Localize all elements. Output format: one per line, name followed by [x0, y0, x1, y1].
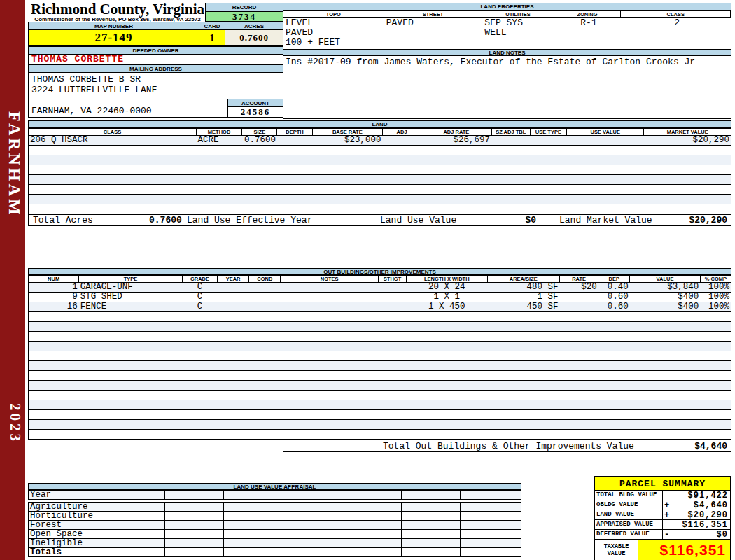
lt-empty-cell	[567, 175, 644, 185]
land-property-value: LEVEL	[284, 18, 384, 28]
lt-empty-cell	[29, 175, 197, 185]
lt-column-header: SIZE	[242, 129, 277, 136]
ob-cell: 100%	[700, 302, 731, 312]
land-notes-title: LAND NOTES	[283, 49, 732, 56]
out-buildings-table: NUMTYPEGRADEYEARCONDNOTESSTHGTLENGTH X W…	[28, 275, 732, 440]
ob-empty-cell	[218, 381, 249, 391]
lt-column-header: ADJ RATE	[421, 129, 491, 136]
lt-empty-cell	[644, 175, 732, 185]
ob-empty-cell	[79, 361, 183, 371]
lt-empty-cell	[491, 165, 530, 175]
ob-cell: $400	[630, 302, 700, 312]
ob-empty-cell	[249, 371, 281, 381]
ob-empty-cell	[182, 332, 217, 342]
lt-cell	[491, 136, 530, 146]
land-property-value: R-1	[554, 18, 622, 28]
land-use-row-label: Ineligible	[29, 539, 165, 548]
ob-empty-row	[29, 430, 732, 440]
lt-empty-cell	[382, 195, 421, 204]
land-use-appraisal-section: LAND USE VALUE APPRAISAL Year Agricultur…	[28, 483, 522, 557]
land-use-empty-cell	[224, 539, 283, 548]
parcel-summary-row-label: TOTAL BLDG VALUE	[595, 491, 663, 500]
ob-empty-cell	[559, 342, 598, 351]
land-property-value: SEP SYS	[482, 18, 554, 28]
lt-column-header: SZ ADJ TBL	[491, 129, 530, 136]
lt-empty-cell	[242, 146, 277, 155]
ob-empty-cell	[487, 381, 559, 391]
lt-column-header: USE VALUE	[567, 129, 644, 136]
land-use-empty-cell	[461, 521, 522, 530]
lt-empty-cell	[312, 195, 382, 204]
land-use-empty-cell	[401, 491, 460, 500]
land-property-value	[384, 38, 483, 48]
lt-empty-cell	[491, 146, 530, 155]
ob-cell	[218, 302, 249, 312]
land-property-value: PAVED	[284, 28, 384, 38]
ob-empty-cell	[407, 410, 487, 420]
ob-cell	[218, 293, 249, 302]
ob-empty-cell	[249, 322, 281, 332]
parcel-summary: PARCEL SUMMARY TOTAL BLDG VALUE$91,422OB…	[594, 476, 732, 560]
parcel-summary-row-value: -$0	[663, 530, 730, 539]
land-use-empty-cell	[342, 503, 401, 512]
lt-empty-cell	[421, 155, 491, 165]
lt-empty-cell	[567, 146, 644, 155]
sidebar: FARNHAM 2023	[0, 0, 25, 560]
ob-empty-cell	[281, 322, 379, 332]
parcel-summary-row: OBLDG VALUE+$4,640	[595, 500, 730, 510]
ob-cell: 1 SF	[487, 293, 559, 302]
ob-cell	[249, 302, 281, 312]
ob-empty-cell	[700, 342, 731, 351]
land-use-row: Ineligible	[29, 539, 522, 548]
ob-empty-cell	[407, 371, 487, 381]
ob-cell: 20 X 24	[407, 283, 487, 293]
lt-empty-cell	[644, 165, 732, 175]
land-use-empty-cell	[461, 548, 522, 557]
land-use-empty-cell	[401, 530, 460, 539]
ob-cell: 9	[29, 293, 79, 302]
lt-cell: $26,697	[421, 136, 491, 146]
parcel-summary-row-label: LAND VALUE	[595, 510, 663, 519]
parcel-summary-sign: -	[663, 530, 671, 540]
land-use-empty-cell	[342, 491, 401, 500]
land-property-value	[554, 28, 622, 38]
lt-empty-row	[29, 185, 732, 195]
ob-empty-cell	[700, 420, 731, 430]
taxable-value-label: TAXABLE VALUE	[595, 540, 638, 560]
ob-empty-cell	[630, 351, 700, 361]
ob-cell: 1 X 1	[407, 293, 487, 302]
lt-empty-cell	[382, 165, 421, 175]
ob-empty-cell	[218, 312, 249, 322]
ob-empty-cell	[487, 342, 559, 351]
lt-empty-cell	[277, 195, 312, 204]
ob-empty-row	[29, 410, 732, 420]
ob-cell: 450 SF	[487, 302, 559, 312]
ob-empty-cell	[281, 361, 379, 371]
ob-empty-row	[29, 312, 732, 322]
land-market-value-label: Land Market Value	[559, 215, 652, 226]
land-use-empty-cell	[401, 521, 460, 530]
lt-empty-cell	[382, 175, 421, 185]
ob-empty-cell	[487, 332, 559, 342]
lt-empty-cell	[421, 165, 491, 175]
ob-empty-cell	[700, 410, 731, 420]
property-record-card: FARNHAM 2023 Richmond County, Virginia C…	[0, 0, 735, 560]
ob-empty-row	[29, 351, 732, 361]
ob-empty-cell	[249, 400, 281, 410]
ob-empty-cell	[378, 381, 406, 391]
lt-empty-cell	[29, 204, 197, 214]
ob-empty-cell	[249, 342, 281, 351]
land-use-empty-cell	[461, 503, 522, 512]
parcel-summary-amount: $91,422	[671, 491, 730, 500]
land-use-empty-cell	[342, 539, 401, 548]
ob-empty-cell	[29, 322, 79, 332]
parcel-summary-row: TOTAL BLDG VALUE$91,422	[595, 491, 730, 500]
ob-empty-cell	[249, 332, 281, 342]
ob-empty-cell	[29, 342, 79, 351]
ob-empty-cell	[378, 332, 406, 342]
ob-empty-cell	[487, 430, 559, 440]
ob-empty-cell	[79, 332, 183, 342]
land-use-empty-cell	[401, 512, 460, 521]
ob-empty-cell	[249, 351, 281, 361]
land-properties-column-header: ZONING	[554, 10, 622, 18]
